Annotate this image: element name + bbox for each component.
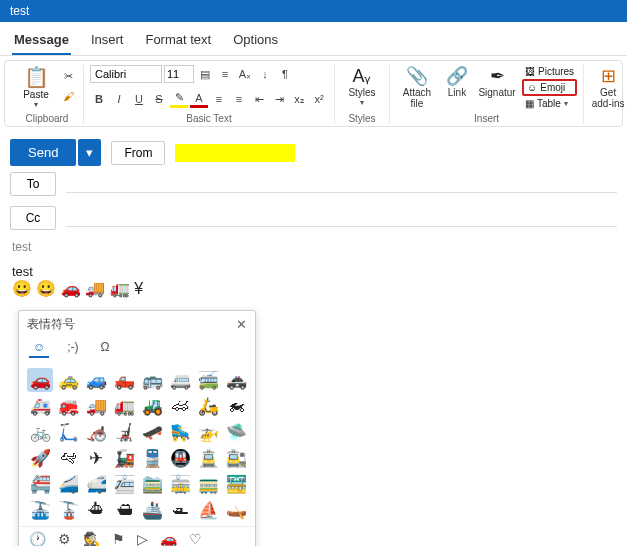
emoji-footer-item[interactable]: 🕵 (83, 531, 100, 546)
emoji-footer-item[interactable]: ▷ (137, 531, 148, 546)
emoji-cell[interactable]: 🏍 (223, 394, 249, 418)
close-icon[interactable]: ✕ (236, 317, 247, 332)
emoji-cell[interactable]: 🚞 (139, 472, 165, 496)
emoji-cell[interactable]: 🏎 (167, 394, 193, 418)
font-color-icon[interactable]: A (190, 90, 208, 108)
emoji-cell[interactable]: 🚐 (167, 368, 193, 392)
align-center-icon[interactable]: ≡ (230, 90, 248, 108)
bullets-icon[interactable]: ▤ (196, 65, 214, 83)
emoji-cell[interactable]: 🚋 (167, 472, 193, 496)
emoji-cat-smiley[interactable]: ☺ (29, 338, 49, 358)
emoji-footer-item[interactable]: ⚑ (112, 531, 125, 546)
emoji-cell[interactable]: 🚟 (223, 472, 249, 496)
tab-format-text[interactable]: Format text (143, 28, 213, 55)
emoji-cell[interactable]: 🚕 (55, 368, 81, 392)
send-button[interactable]: Send (10, 139, 76, 166)
table-button[interactable]: ▦Table▾ (522, 97, 577, 110)
emoji-cell[interactable]: 🚛 (111, 394, 137, 418)
emoji-footer-item[interactable]: 🕐 (29, 531, 46, 546)
cc-input[interactable] (66, 209, 617, 227)
sort-icon[interactable]: ↓ (256, 65, 274, 83)
format-painter-icon[interactable]: 🖌 (59, 87, 77, 105)
emoji-cell[interactable]: 🛶 (223, 498, 249, 522)
emoji-cell[interactable]: 🚎 (195, 368, 221, 392)
emoji-cell[interactable]: 🦽 (83, 420, 109, 444)
subject-field[interactable]: test (12, 240, 615, 254)
emoji-cell[interactable]: 🚄 (55, 472, 81, 496)
bold-button[interactable]: B (90, 90, 108, 108)
align-left-icon[interactable]: ≡ (210, 90, 228, 108)
emoji-button[interactable]: ☺Emoji (522, 79, 577, 96)
tab-message[interactable]: Message (12, 28, 71, 55)
emoji-cell[interactable]: 🚜 (139, 394, 165, 418)
subscript-icon[interactable]: x₂ (290, 90, 308, 108)
styles-button[interactable]: Aᵧ Styles ▾ (341, 65, 383, 107)
get-addins-button[interactable]: ⊞ Get add-ins (590, 65, 626, 109)
emoji-cell[interactable]: 🛹 (139, 420, 165, 444)
paragraph-icon[interactable]: ¶ (276, 65, 294, 83)
emoji-cell[interactable]: 🚓 (223, 368, 249, 392)
emoji-cell[interactable]: 🚊 (195, 446, 221, 470)
emoji-cell[interactable]: 🛼 (167, 420, 193, 444)
indent-inc-icon[interactable]: ⇥ (270, 90, 288, 108)
cc-button[interactable]: Cc (10, 206, 56, 230)
emoji-cell[interactable]: ⛴ (83, 498, 109, 522)
emoji-cell[interactable]: 🚗 (27, 368, 53, 392)
emoji-cell[interactable]: 🛴 (55, 420, 81, 444)
pictures-button[interactable]: 🖼Pictures (522, 65, 577, 78)
tab-insert[interactable]: Insert (89, 28, 126, 55)
cut-icon[interactable]: ✂ (59, 67, 77, 85)
emoji-footer-item[interactable]: ♡ (189, 531, 202, 546)
emoji-cell[interactable]: 🚈 (111, 472, 137, 496)
message-body[interactable]: test 😀 😀 🚗 🚚 🚛 ¥ (12, 264, 615, 298)
emoji-cell[interactable]: 🚁 (195, 420, 221, 444)
paste-button[interactable]: 📋 Paste ▾ (17, 65, 55, 109)
emoji-cell[interactable]: 🚆 (139, 446, 165, 470)
emoji-cell[interactable]: 🛳 (111, 498, 137, 522)
emoji-cell[interactable]: 🚲 (27, 420, 53, 444)
from-button[interactable]: From (111, 141, 165, 165)
emoji-cell[interactable]: 🛻 (111, 368, 137, 392)
emoji-cell[interactable]: 🚙 (83, 368, 109, 392)
emoji-cell[interactable]: 🚡 (55, 498, 81, 522)
emoji-cell[interactable]: 🚇 (167, 446, 193, 470)
tab-options[interactable]: Options (231, 28, 280, 55)
italic-button[interactable]: I (110, 90, 128, 108)
emoji-cell[interactable]: 🚢 (139, 498, 165, 522)
attach-file-button[interactable]: 📎 Attach file (396, 65, 438, 109)
numbering-icon[interactable]: ≡ (216, 65, 234, 83)
emoji-cell[interactable]: ✈ (83, 446, 109, 470)
to-button[interactable]: To (10, 172, 56, 196)
font-name-select[interactable] (90, 65, 162, 83)
indent-dec-icon[interactable]: ⇤ (250, 90, 268, 108)
clear-format-icon[interactable]: Aₓ (236, 65, 254, 83)
emoji-cell[interactable]: 🚅 (83, 472, 109, 496)
emoji-cell[interactable]: 🛸 (223, 420, 249, 444)
emoji-cell[interactable]: 🦼 (111, 420, 137, 444)
emoji-cell[interactable]: 🚂 (111, 446, 137, 470)
emoji-cell[interactable]: 🚃 (195, 472, 221, 496)
emoji-cell[interactable]: 🚝 (27, 472, 53, 496)
emoji-cell[interactable]: 🚉 (223, 446, 249, 470)
emoji-cell[interactable]: 🚑 (27, 394, 53, 418)
emoji-footer-item[interactable]: 🚗 (160, 531, 177, 546)
emoji-cat-symbols[interactable]: Ω (97, 338, 114, 358)
emoji-cat-text[interactable]: ;-) (63, 338, 82, 358)
emoji-cell[interactable]: 🚚 (83, 394, 109, 418)
highlight-icon[interactable]: ✎ (170, 90, 188, 108)
emoji-cell[interactable]: ⛵ (195, 498, 221, 522)
signature-button[interactable]: ✒ Signatur (476, 65, 518, 98)
emoji-cell[interactable]: 🚒 (55, 394, 81, 418)
emoji-cell[interactable]: 🛥 (167, 498, 193, 522)
emoji-cell[interactable]: 🛩 (55, 446, 81, 470)
emoji-footer-item[interactable]: ⚙ (58, 531, 71, 546)
underline-button[interactable]: U (130, 90, 148, 108)
send-options-button[interactable]: ▾ (78, 139, 101, 166)
emoji-cell[interactable]: 🚠 (27, 498, 53, 522)
to-input[interactable] (66, 175, 617, 193)
font-size-select[interactable] (164, 65, 194, 83)
emoji-cell[interactable]: 🚌 (139, 368, 165, 392)
emoji-cell[interactable]: 🛵 (195, 394, 221, 418)
emoji-cell[interactable]: 🚀 (27, 446, 53, 470)
superscript-icon[interactable]: x² (310, 90, 328, 108)
